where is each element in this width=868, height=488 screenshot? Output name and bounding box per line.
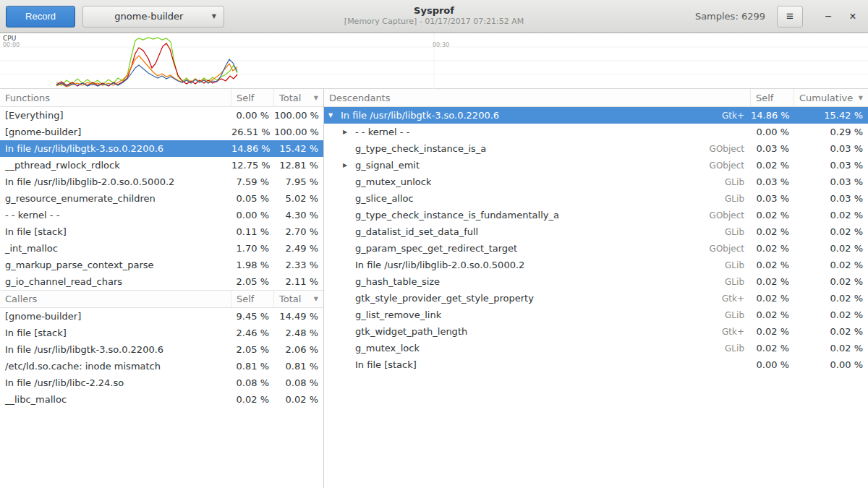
tree-row[interactable]: g_datalist_id_set_data_fullGLib0.02 %0.0… bbox=[324, 223, 868, 240]
table-row[interactable]: /etc/ld.so.cache: inode mismatch0.81 %0.… bbox=[0, 358, 323, 374]
table-row[interactable]: __pthread_rwlock_rdlock12.75 %12.81 % bbox=[0, 157, 323, 174]
symbol-name: In file /usr/lib/libgtk-3.so.0.2200.6 bbox=[340, 110, 499, 121]
library-tag: GLib bbox=[725, 277, 751, 287]
library-tag: GLib bbox=[725, 310, 751, 320]
tree-row[interactable]: g_param_spec_get_redirect_targetGObject0… bbox=[324, 240, 868, 257]
tree-row[interactable]: g_slice_allocGLib0.03 %0.03 % bbox=[324, 190, 868, 207]
tree-row[interactable]: In file /usr/lib/libglib-2.0.so.0.5000.2… bbox=[324, 257, 868, 273]
column-header-self[interactable]: Self bbox=[231, 89, 274, 106]
table-row[interactable]: __libc_malloc0.02 %0.02 % bbox=[0, 391, 323, 408]
cumulative-percent: 0.03 % bbox=[794, 193, 868, 204]
table-row[interactable]: g_markup_parse_context_parse1.98 %2.33 % bbox=[0, 257, 323, 273]
symbol-name: [Everything] bbox=[0, 110, 231, 121]
table-row[interactable]: In file /usr/lib/libgtk-3.so.0.2200.62.0… bbox=[0, 341, 323, 358]
symbol-name: In file /usr/lib/libglib-2.0.so.0.5000.2 bbox=[354, 260, 524, 270]
sort-indicator-icon: ▼ bbox=[311, 296, 318, 302]
tree-row[interactable]: g_mutex_lockGLib0.02 %0.02 % bbox=[324, 340, 868, 356]
table-row[interactable]: In file /usr/lib/libglib-2.0.so.0.5000.2… bbox=[0, 174, 323, 190]
column-header-total[interactable]: Total ▼ bbox=[274, 89, 323, 106]
tree-row[interactable]: ▶g_signal_emitGObject0.02 %0.03 % bbox=[324, 157, 868, 174]
process-selector-dropdown[interactable]: gnome-builder ▼ bbox=[82, 6, 224, 27]
tree-row[interactable]: gtk_widget_path_lengthGtk+0.02 %0.02 % bbox=[324, 323, 868, 340]
cumulative-percent: 0.03 % bbox=[794, 143, 868, 154]
self-percent: 0.81 % bbox=[231, 361, 274, 372]
total-percent: 2.49 % bbox=[274, 243, 323, 254]
table-row[interactable]: - - kernel - -0.00 %4.30 % bbox=[0, 207, 323, 223]
symbol-name: In file /usr/lib/libc-2.24.so bbox=[0, 377, 231, 388]
self-percent: 0.02 % bbox=[751, 243, 794, 254]
table-row[interactable]: _int_malloc1.70 %2.49 % bbox=[0, 240, 323, 257]
tree-row[interactable]: In file [stack]0.00 %0.00 % bbox=[324, 356, 868, 373]
symbol-name: g_io_channel_read_chars bbox=[0, 276, 231, 287]
self-percent: 1.98 % bbox=[231, 260, 274, 270]
table-row[interactable]: In file [stack]0.11 %2.70 % bbox=[0, 223, 323, 240]
cpu-graph[interactable]: CPU 00:00 00:30 bbox=[0, 33, 868, 89]
main-content: Functions Self Total ▼ [Everything]0.00 … bbox=[0, 89, 868, 488]
self-percent: 0.00 % bbox=[751, 359, 794, 370]
column-header-self[interactable]: Self bbox=[231, 291, 274, 307]
cumulative-percent: 0.02 % bbox=[794, 243, 868, 254]
symbol-name: In file /usr/lib/libgtk-3.so.0.2200.6 bbox=[0, 344, 231, 355]
symbol-name: g_type_check_instance_is_fundamentally_a bbox=[354, 210, 559, 221]
expander-closed-icon[interactable]: ▶ bbox=[343, 162, 354, 168]
self-percent: 26.51 % bbox=[231, 127, 274, 137]
tree-row[interactable]: g_hash_table_sizeGLib0.02 %0.02 % bbox=[324, 273, 868, 290]
table-row[interactable]: In file /usr/lib/libc-2.24.so0.08 %0.08 … bbox=[0, 374, 323, 391]
column-header-total[interactable]: Total ▼ bbox=[274, 291, 323, 307]
symbol-name: gtk_style_provider_get_style_property bbox=[354, 293, 534, 304]
symbol-name: g_resource_enumerate_children bbox=[0, 193, 231, 204]
self-percent: 0.02 % bbox=[751, 293, 794, 304]
expander-closed-icon[interactable]: ▶ bbox=[343, 129, 354, 135]
tree-row[interactable]: ▶- - kernel - -0.00 %0.29 % bbox=[324, 124, 868, 140]
self-percent: 2.05 % bbox=[231, 276, 274, 287]
column-header-functions[interactable]: Functions bbox=[0, 89, 231, 106]
cumulative-percent: 0.02 % bbox=[794, 260, 868, 270]
tree-row[interactable]: g_mutex_unlockGLib0.03 %0.03 % bbox=[324, 174, 868, 190]
table-row[interactable]: [Everything]0.00 %100.00 % bbox=[0, 107, 323, 124]
cumulative-percent: 0.02 % bbox=[794, 210, 868, 221]
symbol-name: gtk_widget_path_length bbox=[354, 326, 467, 337]
cumulative-percent: 0.02 % bbox=[794, 326, 868, 337]
self-percent: 0.03 % bbox=[751, 176, 794, 187]
total-percent: 2.33 % bbox=[274, 260, 323, 270]
column-header-self[interactable]: Self bbox=[751, 89, 794, 106]
header-right: Samples: 6299 ≡ − × bbox=[695, 6, 862, 27]
symbol-name: /etc/ld.so.cache: inode mismatch bbox=[0, 361, 231, 372]
expander-open-icon[interactable]: ▼ bbox=[328, 112, 340, 119]
table-row[interactable]: In file /usr/lib/libgtk-3.so.0.2200.614.… bbox=[0, 140, 323, 157]
symbol-name: g_mutex_unlock bbox=[354, 176, 431, 187]
tree-row[interactable]: g_type_check_instance_is_fundamentally_a… bbox=[324, 207, 868, 223]
tree-row[interactable]: g_list_remove_linkGLib0.02 %0.02 % bbox=[324, 307, 868, 323]
headerbar: Record gnome-builder ▼ Sysprof [Memory C… bbox=[0, 0, 868, 33]
table-row[interactable]: [gnome-builder]9.45 %14.49 % bbox=[0, 308, 323, 325]
column-header-callers[interactable]: Callers bbox=[0, 291, 231, 307]
self-percent: 0.02 % bbox=[751, 260, 794, 270]
self-percent: 12.75 % bbox=[231, 160, 274, 171]
tree-row[interactable]: gtk_style_provider_get_style_propertyGtk… bbox=[324, 290, 868, 307]
column-label: Cumulative bbox=[799, 93, 853, 103]
table-row[interactable]: g_io_channel_read_chars2.05 %2.11 % bbox=[0, 273, 323, 290]
total-percent: 0.81 % bbox=[274, 361, 323, 372]
symbol-name: __pthread_rwlock_rdlock bbox=[0, 160, 231, 171]
tree-row[interactable]: g_type_check_instance_is_aGObject0.03 %0… bbox=[324, 140, 868, 157]
cpu-label: CPU bbox=[3, 35, 16, 42]
cumulative-percent: 0.02 % bbox=[794, 276, 868, 287]
column-header-cumulative[interactable]: Cumulative ▼ bbox=[794, 89, 868, 106]
tree-row[interactable]: ▼In file /usr/lib/libgtk-3.so.0.2200.6Gt… bbox=[324, 107, 868, 124]
close-button[interactable]: × bbox=[843, 7, 862, 26]
symbol-name: g_signal_emit bbox=[354, 160, 420, 171]
table-row[interactable]: In file [stack]2.46 %2.48 % bbox=[0, 325, 323, 341]
time-tick-mid: 00:30 bbox=[433, 42, 449, 48]
symbol-name: In file [stack] bbox=[0, 226, 231, 237]
record-button[interactable]: Record bbox=[6, 6, 75, 27]
self-percent: 0.08 % bbox=[231, 377, 274, 388]
column-header-descendants[interactable]: Descendants bbox=[324, 89, 751, 106]
column-label: Functions bbox=[5, 93, 50, 103]
table-row[interactable]: g_resource_enumerate_children0.05 %5.02 … bbox=[0, 190, 323, 207]
menu-button[interactable]: ≡ bbox=[777, 6, 803, 27]
symbol-name: In file /usr/lib/libglib-2.0.so.0.5000.2 bbox=[0, 176, 231, 187]
table-row[interactable]: [gnome-builder]26.51 %100.00 % bbox=[0, 124, 323, 140]
minimize-button[interactable]: − bbox=[819, 7, 838, 26]
library-tag: GLib bbox=[725, 194, 751, 204]
self-percent: 0.00 % bbox=[751, 127, 794, 137]
